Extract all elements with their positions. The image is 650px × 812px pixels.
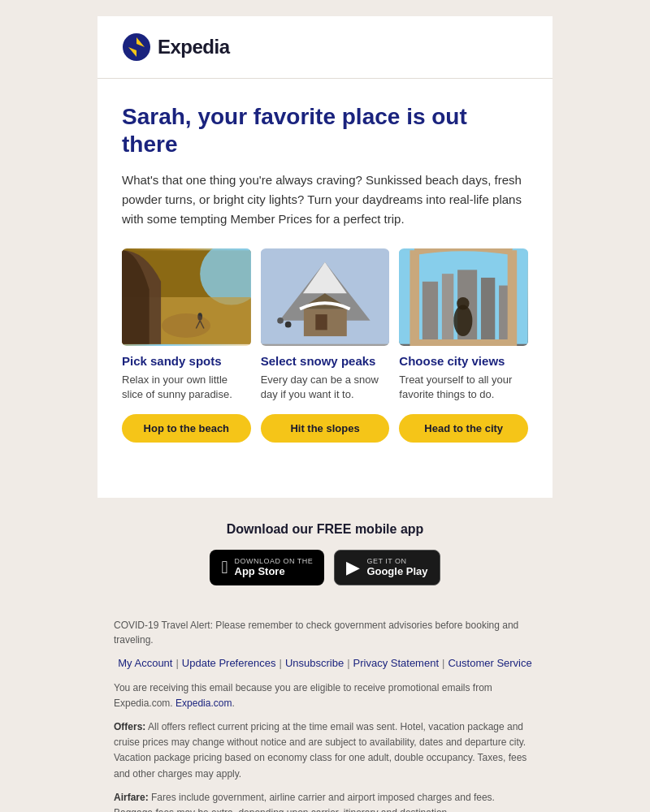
svg-rect-16	[422, 282, 438, 344]
svg-point-22	[457, 297, 470, 309]
card-image-city	[399, 248, 528, 346]
city-image-graphic	[399, 248, 528, 346]
svg-point-14	[277, 317, 284, 324]
hit-slopes-button[interactable]: Hit the slopes	[261, 414, 390, 443]
card-image-snow	[261, 248, 390, 346]
email-header: Expedia	[98, 16, 552, 79]
hop-to-beach-button[interactable]: Hop to the beach	[122, 414, 251, 443]
customer-service-link[interactable]: Customer Service	[448, 657, 531, 669]
svg-rect-12	[315, 314, 327, 330]
card-beach-title: Pick sandy spots	[122, 354, 251, 368]
card-beach-desc: Relax in your own little slice of sunny …	[122, 373, 251, 402]
update-preferences-link[interactable]: Update Preferences	[182, 657, 276, 669]
logo-text: Expedia	[158, 36, 230, 58]
card-snow-desc: Every day can be a snow day if you want …	[261, 373, 390, 402]
store-buttons:  Download on the App Store ▶ GET IT ON …	[114, 550, 536, 585]
svg-rect-19	[481, 278, 495, 344]
svg-line-6	[200, 321, 204, 329]
airfare-paragraph: Airfare: Fares include government, airli…	[114, 790, 536, 812]
offers-text: All offers reflect current pricing at th…	[114, 721, 526, 780]
footer: COVID-19 Travel Alert: Please remember t…	[98, 610, 552, 812]
snow-image-graphic	[261, 248, 390, 346]
svg-point-13	[284, 322, 291, 328]
expedia-com-link[interactable]: Expedia.com	[176, 698, 232, 709]
privacy-statement-link[interactable]: Privacy Statement	[353, 657, 440, 669]
card-image-beach	[122, 248, 251, 346]
card-city-title: Choose city views	[399, 354, 528, 368]
card-beach: Pick sandy spots Relax in your own littl…	[122, 248, 251, 442]
cards-grid: Pick sandy spots Relax in your own littl…	[122, 248, 528, 442]
my-account-link[interactable]: My Account	[118, 657, 172, 669]
airfare-label: Airfare:	[114, 792, 149, 803]
footer-body: You are receiving this email because you…	[114, 680, 536, 812]
app-store-name: App Store	[235, 565, 314, 577]
card-snow-title: Select snowy peaks	[261, 354, 390, 368]
google-play-button[interactable]: ▶ GET IT ON Google Play	[334, 550, 440, 585]
unsubscribe-link[interactable]: Unsubscribe	[285, 657, 344, 669]
svg-point-4	[197, 313, 202, 321]
logo-area: Expedia	[122, 32, 528, 62]
airfare-text: Fares include government, airline carrie…	[114, 792, 495, 812]
card-snow: Select snowy peaks Every day can be a sn…	[261, 248, 390, 442]
headline: Sarah, your favorite place is out there	[122, 103, 528, 158]
svg-point-21	[454, 305, 473, 336]
app-store-sub: Download on the	[235, 557, 314, 565]
beach-image-graphic	[122, 248, 251, 346]
app-store-button[interactable]:  Download on the App Store	[210, 550, 324, 585]
google-play-icon: ▶	[346, 557, 360, 578]
card-city-desc: Treat yourself to all your favorite thin…	[399, 373, 528, 402]
covid-alert: COVID-19 Travel Alert: Please remember t…	[114, 618, 536, 647]
download-section: Download our FREE mobile app  Download …	[98, 498, 552, 610]
download-title: Download our FREE mobile app	[114, 522, 536, 537]
offers-paragraph: Offers: All offers reflect current prici…	[114, 719, 536, 782]
google-play-sub: GET IT ON	[366, 557, 427, 565]
svg-rect-17	[442, 274, 453, 344]
footer-links: My Account | Update Preferences | Unsubs…	[114, 657, 536, 669]
expedia-logo-icon	[122, 32, 151, 62]
svg-line-5	[196, 321, 200, 329]
main-content: Sarah, your favorite place is out there …	[98, 79, 552, 498]
offers-label: Offers:	[114, 721, 145, 732]
apple-icon: 	[221, 557, 228, 578]
card-city: Choose city views Treat yourself to all …	[399, 248, 528, 442]
google-play-name: Google Play	[366, 565, 427, 577]
intro-text: What's that one thing you're always crav…	[122, 171, 528, 229]
head-to-city-button[interactable]: Head to the city	[399, 414, 528, 443]
email-notice: You are receiving this email because you…	[114, 680, 536, 711]
